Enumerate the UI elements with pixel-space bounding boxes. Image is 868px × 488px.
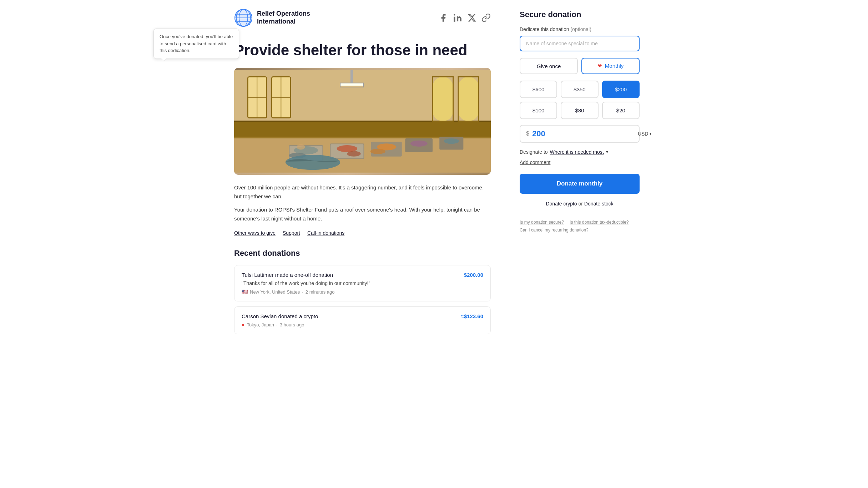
header: Relief Operations International — [234, 9, 491, 27]
frequency-buttons: Give once ❤ Monthly — [520, 58, 640, 74]
amount-600-button[interactable]: $600 — [520, 81, 557, 98]
faq-tax-link[interactable]: Is this donation tax-deductible? — [570, 220, 629, 225]
donor-location: New York, United States — [250, 289, 300, 295]
campaign-title: Provide shelter for those in need — [234, 41, 491, 59]
donation-meta: 🇺🇸 New York, United States · 2 minutes a… — [242, 289, 483, 295]
svg-point-8 — [454, 14, 455, 15]
donation-header: Tulsi Lattimer made a one-off donation $… — [242, 272, 483, 278]
divider — [520, 214, 640, 214]
x-icon[interactable] — [467, 13, 476, 22]
donation-form-panel: Secure donation Dedicate this donation (… — [508, 0, 651, 488]
secure-donation-title: Secure donation — [520, 10, 640, 19]
donate-crypto-link[interactable]: Donate crypto — [546, 201, 577, 207]
donation-card: Carson Sevian donated a crypto ≈$123.60 … — [234, 306, 491, 334]
donation-header: Carson Sevian donated a crypto ≈$123.60 — [242, 313, 483, 320]
custom-amount-input[interactable] — [532, 129, 634, 138]
amount-200-button[interactable]: $200 — [602, 81, 640, 98]
left-panel: Relief Operations International — [217, 0, 508, 488]
donor-info: Tulsi Lattimer made a one-off donation — [242, 272, 333, 278]
copy-link-icon[interactable] — [481, 13, 491, 22]
amount-350-button[interactable]: $350 — [561, 81, 598, 98]
campaign-image — [234, 68, 491, 175]
shelter-image — [234, 68, 491, 175]
svg-rect-21 — [433, 77, 453, 122]
donor-location: Tokyo, Japan — [247, 322, 274, 327]
amount-80-button[interactable]: $80 — [561, 102, 598, 119]
donation-amount: $200.00 — [464, 272, 483, 278]
designate-row: Designate to Where it is needed most ▾ — [520, 149, 640, 155]
currency-select[interactable]: USD ▾ EUR ▾ GBP ▾ — [636, 131, 651, 137]
donor-name: Tulsi Lattimer made a one-off donation — [242, 272, 333, 278]
logo-area: Relief Operations International — [234, 9, 310, 27]
donation-card: Tulsi Lattimer made a one-off donation $… — [234, 265, 491, 301]
campaign-description-2: Your donation to ROPSI's Shelter Fund pu… — [234, 205, 491, 223]
faq-row-1: Is my donation secure? Is this donation … — [520, 220, 640, 225]
globe-icon — [234, 9, 253, 27]
donate-stock-link[interactable]: Donate stock — [584, 201, 614, 207]
donate-monthly-button[interactable]: Donate monthly — [520, 174, 640, 194]
donation-quote: "Thanks for all of the work you're doing… — [242, 280, 483, 286]
monthly-button[interactable]: ❤ Monthly — [581, 58, 640, 74]
dedication-input[interactable] — [520, 36, 640, 51]
svg-rect-23 — [458, 77, 479, 122]
give-once-button[interactable]: Give once — [520, 58, 578, 74]
support-link[interactable]: Support — [283, 230, 300, 236]
custom-amount-row: $ USD ▾ EUR ▾ GBP ▾ — [520, 125, 640, 143]
campaign-description-1: Over 100 million people are without home… — [234, 183, 491, 201]
add-comment-link[interactable]: Add comment — [520, 159, 550, 165]
svg-rect-26 — [340, 83, 363, 86]
designate-link[interactable]: Where it is needed most — [550, 149, 604, 155]
donation-time: 3 hours ago — [280, 322, 304, 327]
campaign-links: Other ways to give Support Call-in donat… — [234, 230, 491, 236]
chevron-down-icon: ▾ — [606, 149, 608, 154]
svg-rect-45 — [234, 137, 491, 173]
currency-symbol: $ — [526, 131, 529, 137]
faq-links: Is my donation secure? Is this donation … — [520, 220, 640, 233]
donation-meta: ● Tokyo, Japan · 3 hours ago — [242, 322, 483, 327]
flag-icon: ● — [242, 322, 244, 327]
dedicate-label: Dedicate this donation (optional) — [520, 26, 640, 32]
alt-donate-row: Donate crypto or Donate stock — [520, 201, 640, 207]
donation-amount: ≈$123.60 — [461, 313, 483, 319]
svg-rect-11 — [234, 121, 491, 138]
org-name: Relief Operations International — [257, 10, 310, 25]
amount-20-button[interactable]: $20 — [602, 102, 640, 119]
linkedin-icon[interactable] — [453, 13, 462, 22]
facebook-icon[interactable] — [439, 13, 448, 22]
recent-donations-title: Recent donations — [234, 249, 491, 258]
amount-grid: $600 $350 $200 $100 $80 $20 — [520, 81, 640, 119]
donor-name: Carson Sevian donated a crypto — [242, 313, 318, 319]
donation-time: 2 minutes ago — [306, 289, 335, 295]
donor-info: Carson Sevian donated a crypto — [242, 313, 318, 320]
tooltip-bubble: Once you've donated, you'll be able to s… — [153, 29, 239, 59]
callin-link[interactable]: Call-in donations — [307, 230, 344, 236]
flag-icon: 🇺🇸 — [242, 289, 248, 295]
heart-icon: ❤ — [597, 63, 602, 69]
other-ways-link[interactable]: Other ways to give — [234, 230, 276, 236]
svg-rect-25 — [350, 70, 353, 84]
amount-100-button[interactable]: $100 — [520, 102, 557, 119]
social-icons — [439, 13, 491, 22]
faq-cancel-link[interactable]: Can I cancel my recurring donation? — [520, 228, 640, 233]
svg-rect-7 — [454, 17, 455, 22]
faq-secure-link[interactable]: Is my donation secure? — [520, 220, 564, 225]
